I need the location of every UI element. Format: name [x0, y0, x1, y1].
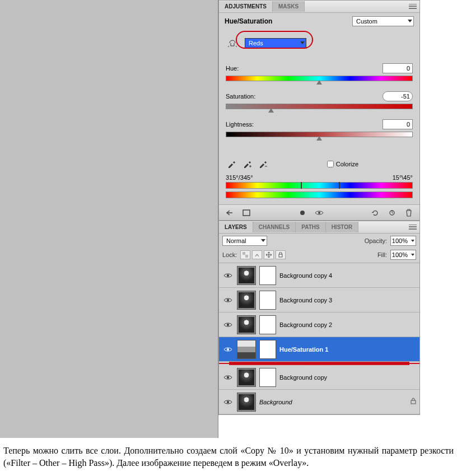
layer-row[interactable]: Background copy [219, 365, 419, 390]
preset-dropdown-label: Custom [356, 18, 377, 25]
opacity-label: Opacity: [365, 237, 387, 244]
preset-dropdown[interactable]: Custom [352, 16, 414, 26]
adjustments-panel: ADJUSTMENTS MASKS Hue/Saturation Custom [218, 0, 420, 221]
layer-name-label: Background copy 4 [279, 272, 332, 279]
hue-label: Hue: [226, 65, 239, 72]
expand-view-icon[interactable] [239, 207, 254, 218]
color-range-dropdown[interactable]: Reds [245, 38, 306, 48]
hue-value-input[interactable]: 0 [383, 63, 413, 73]
panel-menu-icon[interactable] [408, 223, 417, 231]
svg-point-8 [227, 299, 229, 301]
lightness-slider-group: Lightness: 0 [219, 114, 419, 142]
opacity-input[interactable]: 100% [390, 236, 416, 246]
visibility-eye-icon[interactable] [222, 295, 234, 306]
layer-name-label: Background copy [279, 374, 327, 381]
clip-to-layer-icon[interactable] [295, 207, 310, 218]
saturation-slider-track[interactable] [226, 104, 413, 109]
saturation-label: Saturation: [226, 93, 255, 100]
opacity-value: 100% [392, 237, 408, 244]
chevron-down-icon [411, 240, 414, 242]
layer-thumb[interactable] [237, 368, 256, 387]
range-start-text: 315°/345° [226, 174, 253, 181]
adjustment-title: Hue/Saturation [225, 17, 272, 25]
layers-panel: LAYERS CHANNELS PATHS HISTOR Normal Opac… [218, 221, 420, 415]
svg-point-10 [227, 348, 229, 351]
layer-name-label: Hue/Saturation 1 [279, 346, 328, 353]
fill-input[interactable]: 100% [390, 250, 416, 260]
lock-position-icon[interactable] [264, 250, 274, 259]
lightness-value-input[interactable]: 0 [383, 119, 413, 129]
lock-icon [411, 398, 416, 406]
layer-thumb[interactable] [237, 393, 256, 412]
svg-rect-4 [243, 252, 245, 255]
lock-transparency-icon[interactable] [240, 250, 250, 259]
tab-history[interactable]: HISTOR [326, 222, 359, 232]
svg-rect-0 [243, 210, 250, 216]
targeted-adjustment-icon[interactable] [226, 36, 239, 50]
tab-layers[interactable]: LAYERS [219, 222, 253, 232]
adjustments-footer [219, 204, 419, 220]
document-body-text: Теперь можно слить все слои. Дополнитель… [0, 438, 457, 473]
layer-row[interactable]: Hue/Saturation 1 [219, 337, 419, 362]
layer-row[interactable]: Background [219, 390, 419, 414]
eyedropper-icon[interactable] [226, 158, 237, 170]
reset-icon[interactable] [368, 207, 383, 218]
chevron-down-icon [411, 254, 414, 256]
saturation-slider-thumb[interactable] [268, 108, 274, 113]
blend-mode-dropdown[interactable]: Normal [222, 236, 267, 246]
layer-name-label: Background copy 2 [279, 321, 332, 328]
hue-slider-group: Hue: 0 [219, 58, 419, 86]
chevron-down-icon [261, 239, 265, 242]
layer-row[interactable]: Background copy 3 [219, 288, 419, 312]
layer-thumb[interactable] [237, 291, 256, 310]
visibility-icon[interactable] [312, 207, 327, 218]
blend-mode-label: Normal [226, 237, 246, 244]
hue-slider-thumb[interactable] [316, 80, 322, 85]
lightness-slider-track[interactable] [226, 132, 413, 137]
saturation-value-input[interactable]: -51 [383, 91, 413, 101]
layer-name-label: Background copy 3 [279, 297, 332, 304]
tab-adjustments[interactable]: ADJUSTMENTS [219, 1, 273, 12]
trash-icon[interactable] [402, 207, 416, 218]
layer-row[interactable]: Background copy 4 [219, 263, 419, 288]
back-button-icon[interactable] [222, 207, 237, 218]
tab-channels[interactable]: CHANNELS [253, 222, 296, 232]
layer-mask-thumb[interactable] [259, 291, 276, 310]
tab-masks[interactable]: MASKS [273, 1, 305, 12]
lock-all-icon[interactable] [276, 250, 286, 259]
layer-row[interactable]: Background copy 2 [219, 312, 419, 337]
layer-mask-thumb[interactable] [259, 368, 276, 387]
reset-to-default-icon[interactable] [385, 207, 399, 218]
range-strip-bottom [226, 192, 413, 198]
adjustment-layer-thumb[interactable] [237, 340, 256, 359]
panel-menu-icon[interactable] [408, 3, 417, 11]
layer-thumb[interactable] [237, 266, 256, 285]
eyedropper-minus-icon[interactable] [257, 158, 268, 170]
layer-mask-thumb[interactable] [259, 340, 276, 359]
layers-tab-bar: LAYERS CHANNELS PATHS HISTOR [219, 221, 419, 234]
fill-value: 100% [392, 251, 408, 258]
hue-slider-track[interactable] [226, 76, 413, 81]
tab-paths[interactable]: PATHS [296, 222, 325, 232]
layer-mask-thumb[interactable] [259, 266, 276, 285]
lightness-slider-thumb[interactable] [316, 136, 322, 141]
lock-image-icon[interactable] [252, 250, 262, 259]
svg-rect-6 [279, 254, 282, 257]
layer-mask-thumb[interactable] [259, 315, 276, 334]
colorize-label: Colorize [336, 161, 358, 167]
visibility-eye-icon[interactable] [222, 319, 234, 330]
lightness-label: Lightness: [226, 121, 254, 128]
visibility-eye-icon[interactable] [222, 372, 234, 383]
chevron-down-icon [300, 41, 305, 44]
colorize-checkbox[interactable] [327, 161, 334, 167]
visibility-eye-icon[interactable] [222, 270, 234, 281]
visibility-eye-icon[interactable] [222, 344, 234, 355]
range-strip-top[interactable] [226, 182, 413, 189]
visibility-eye-icon[interactable] [222, 396, 234, 408]
svg-point-11 [227, 376, 229, 379]
eyedropper-plus-icon[interactable] [241, 158, 253, 170]
svg-point-2 [318, 212, 320, 214]
layer-thumb[interactable] [237, 315, 256, 334]
color-range-label: Reds [249, 40, 263, 46]
svg-rect-13 [411, 400, 416, 404]
